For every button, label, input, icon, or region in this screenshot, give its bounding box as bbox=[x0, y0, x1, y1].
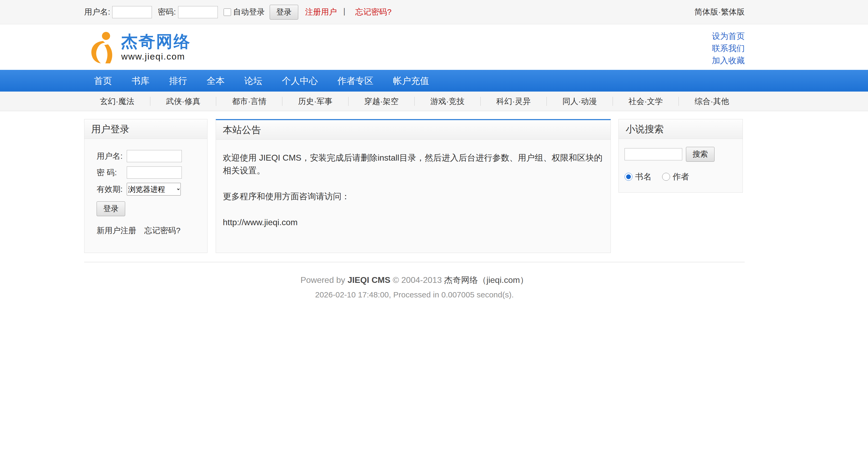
announcement-title: 本站公告 bbox=[216, 120, 611, 140]
page-footer: Powered by JIEQI CMS © 2004-2013 杰奇网络（ji… bbox=[84, 262, 745, 299]
nav-item-user-center[interactable]: 个人中心 bbox=[272, 70, 328, 92]
topbar-login-button[interactable]: 登录 bbox=[270, 5, 298, 20]
category-social[interactable]: 社会·文学 bbox=[613, 92, 679, 111]
login-password-input[interactable] bbox=[127, 166, 182, 179]
topbar-password-input[interactable] bbox=[178, 6, 218, 18]
user-login-panel: 用户登录 用户名: 密 码: 有效期: 浏览器进程 登录 bbox=[84, 119, 208, 253]
login-password-label: 密 码: bbox=[97, 167, 127, 178]
autologin-label: 自动登录 bbox=[233, 7, 265, 18]
powered-by-text: Powered by bbox=[300, 275, 345, 285]
set-homepage-link[interactable]: 设为首页 bbox=[712, 30, 745, 42]
login-panel-title: 用户登录 bbox=[85, 119, 207, 139]
announcement-url: http://www.jieqi.com bbox=[223, 216, 603, 228]
logo-url: www.jieqi.com bbox=[121, 51, 191, 62]
search-by-bookname-radio[interactable] bbox=[624, 173, 632, 181]
add-favorite-link[interactable]: 加入收藏 bbox=[712, 55, 745, 67]
category-timetravel[interactable]: 穿越·架空 bbox=[348, 92, 414, 111]
forgot-password-link[interactable]: 忘记密码? bbox=[355, 7, 392, 18]
category-other[interactable]: 综合·其他 bbox=[679, 92, 745, 111]
site-header: 杰奇网络 www.jieqi.com 设为首页 联系我们 加入收藏 bbox=[0, 24, 868, 70]
copyright-years: © 2004-2013 bbox=[393, 275, 442, 285]
login-username-input[interactable] bbox=[127, 150, 182, 162]
site-logo[interactable]: 杰奇网络 www.jieqi.com bbox=[84, 30, 191, 64]
main-content: 用户登录 用户名: 密 码: 有效期: 浏览器进程 登录 bbox=[84, 119, 745, 253]
nav-item-author-zone[interactable]: 作者专区 bbox=[328, 70, 383, 92]
topbar-username-input[interactable] bbox=[112, 6, 152, 18]
autologin-checkbox[interactable] bbox=[224, 8, 231, 16]
contact-us-link[interactable]: 联系我们 bbox=[712, 42, 745, 55]
nav-item-library[interactable]: 书库 bbox=[122, 70, 159, 92]
logo-icon bbox=[84, 30, 119, 64]
main-nav: 首页 书库 排行 全本 论坛 个人中心 作者专区 帐户充值 bbox=[0, 70, 868, 92]
category-scifi[interactable]: 科幻·灵异 bbox=[480, 92, 547, 111]
topbar-password-label: 密码: bbox=[158, 7, 176, 18]
topbar-divider: 丨 bbox=[341, 7, 348, 18]
logo-title: 杰奇网络 bbox=[121, 33, 191, 50]
site-announcement-panel: 本站公告 欢迎使用 JIEQI CMS，安装完成后请删除install目录，然后… bbox=[216, 119, 611, 253]
category-fantasy[interactable]: 玄幻·魔法 bbox=[84, 92, 150, 111]
nav-item-complete[interactable]: 全本 bbox=[197, 70, 235, 92]
topbar-username-label: 用户名: bbox=[84, 7, 110, 18]
search-by-author-radio[interactable] bbox=[662, 173, 670, 181]
announcement-line-2: 更多程序和使用方面咨询请访问： bbox=[223, 190, 603, 203]
new-user-register-link[interactable]: 新用户注册 bbox=[97, 226, 136, 235]
category-doujin[interactable]: 同人·动漫 bbox=[547, 92, 613, 111]
novel-search-panel: 小说搜索 搜索 书名 作者 bbox=[618, 119, 743, 193]
top-login-bar: 用户名: 密码: 自动登录 登录 注册用户 丨 忘记密码? 简体版·繁体版 bbox=[0, 0, 868, 24]
header-links: 设为首页 联系我们 加入收藏 bbox=[712, 30, 745, 67]
nav-item-forum[interactable]: 论坛 bbox=[235, 70, 272, 92]
category-game[interactable]: 游戏·竞技 bbox=[415, 92, 480, 111]
login-validity-select[interactable]: 浏览器进程 bbox=[127, 183, 181, 195]
login-forgot-password-link[interactable]: 忘记密码? bbox=[144, 226, 181, 235]
login-submit-button[interactable]: 登录 bbox=[97, 202, 125, 216]
search-by-author-label: 作者 bbox=[673, 171, 689, 182]
register-link[interactable]: 注册用户 bbox=[305, 7, 337, 18]
category-nav: 玄幻·魔法 武侠·修真 都市·言情 历史·军事 穿越·架空 游戏·竞技 科幻·灵… bbox=[0, 92, 868, 111]
category-wuxia[interactable]: 武侠·修真 bbox=[150, 92, 216, 111]
footer-copyright-line: Powered by JIEQI CMS © 2004-2013 杰奇网络（ji… bbox=[84, 274, 745, 286]
category-urban[interactable]: 都市·言情 bbox=[216, 92, 282, 111]
language-switch[interactable]: 简体版·繁体版 bbox=[694, 7, 745, 18]
search-by-bookname-label: 书名 bbox=[635, 171, 652, 182]
nav-item-home[interactable]: 首页 bbox=[84, 70, 122, 92]
company-name: 杰奇网络（jieqi.com） bbox=[444, 275, 528, 285]
cms-name: JIEQI CMS bbox=[347, 275, 390, 285]
novel-search-button[interactable]: 搜索 bbox=[686, 147, 714, 162]
novel-search-input[interactable] bbox=[624, 148, 682, 160]
nav-item-ranking[interactable]: 排行 bbox=[159, 70, 197, 92]
login-username-label: 用户名: bbox=[97, 151, 127, 162]
nav-item-recharge[interactable]: 帐户充值 bbox=[383, 70, 439, 92]
login-validity-label: 有效期: bbox=[97, 184, 127, 195]
search-panel-title: 小说搜索 bbox=[619, 119, 743, 139]
announcement-line-1: 欢迎使用 JIEQI CMS，安装完成后请删除install目录，然后进入后台进… bbox=[223, 151, 603, 177]
footer-processing-time: 2026-02-10 17:48:00, Processed in 0.0070… bbox=[84, 290, 745, 299]
category-history[interactable]: 历史·军事 bbox=[282, 92, 348, 111]
